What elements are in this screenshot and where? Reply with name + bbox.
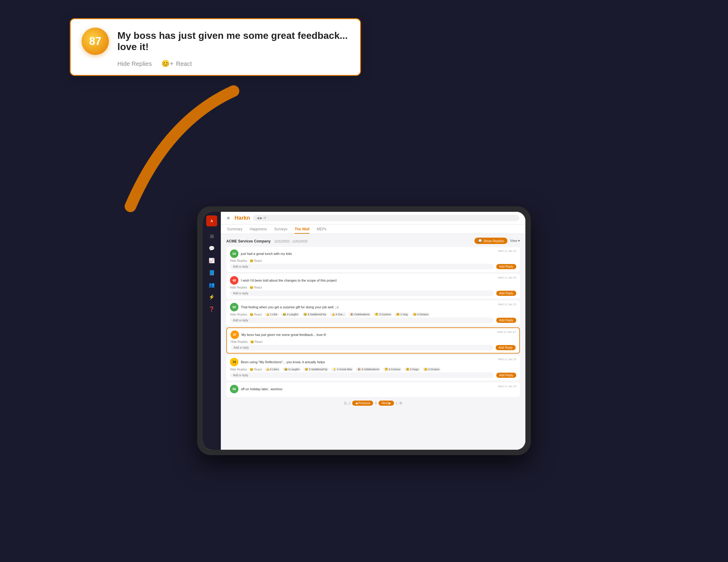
hide-replies-link[interactable]: Hide Replies (231, 340, 248, 344)
post-text: My boss has just given me some great fee… (241, 333, 516, 337)
sidebar-icon-analytics[interactable]: 📈 (207, 255, 217, 265)
main-content: ≡ Harkn ◀ ▶ ↺ Summary Happiness Surveys … (221, 212, 525, 450)
page-prev-info: (1...) (344, 402, 350, 405)
hamburger-icon[interactable]: ≡ (227, 215, 230, 221)
react-icon: 😊+ (161, 60, 174, 68)
wall-content: ACME Services Company 12/12/2022 - 11/01… (221, 234, 525, 450)
react-label: React (176, 60, 192, 67)
tablet-frame: A ⊞ 💬 📈 📘 👥 ⚡ ❓ ≡ Harkn ◀ ▶ ↺ Summary Ha… (197, 206, 531, 455)
top-nav: ≡ Harkn ◀ ▶ ↺ (221, 212, 525, 224)
app-logo: A (206, 215, 217, 226)
tablet-screen: A ⊞ 💬 📈 📘 👥 ⚡ ❓ ≡ Harkn ◀ ▶ ↺ Summary Ha… (203, 212, 525, 450)
react-link[interactable]: 😊 React (250, 259, 262, 262)
tab-happiness[interactable]: Happiness (250, 224, 267, 234)
add-reply-input[interactable] (230, 372, 494, 378)
react-link[interactable]: 😊 React (250, 340, 263, 344)
sidebar-icon-lightning[interactable]: ⚡ (207, 292, 217, 302)
orange-swoosh (106, 61, 258, 212)
reaction-chip[interactable]: 🤔 3 Curious (373, 313, 392, 316)
hide-replies-label: Hide Replies (117, 60, 152, 67)
react-link[interactable]: 😊 React (250, 313, 262, 316)
tab-bar: Summary Happiness Surveys The Wall MEPs (221, 224, 525, 234)
reaction-chip[interactable]: 😂 4 Laughs (281, 313, 300, 316)
pagination: (1...) ◀ Previous 1 Next ▶ (...9) (226, 398, 520, 407)
add-reply-button[interactable]: Add Reply (496, 264, 516, 269)
post-date: Wed 11 Jan 23 (498, 303, 516, 306)
post-text: I wish I'd been told about the changes t… (241, 278, 516, 282)
post-date: Wed 11 Jan 23 (497, 331, 516, 334)
url-bar[interactable]: ◀ ▶ ↺ (253, 215, 519, 221)
reaction-chip[interactable]: 🤗 1 Hug (395, 313, 409, 316)
reaction-chip[interactable]: 👍 6 Likes (265, 368, 280, 371)
popup-top: 87 My boss has just given me some great … (82, 28, 349, 55)
sidebar-icon-chat[interactable]: 💬 (207, 243, 217, 253)
reaction-chip[interactable]: 🎉 4 Celebrations (356, 368, 381, 371)
reaction-chip[interactable]: 😂 4 Laughs (283, 368, 301, 371)
current-page: 1 (375, 402, 377, 405)
popup-title: My boss has just given me some great fee… (117, 30, 349, 52)
reaction-chip[interactable]: 💡 4 Great idea (331, 368, 353, 371)
popup-bottom: Hide Replies 😊+ React (82, 60, 349, 68)
tab-surveys[interactable]: Surveys (274, 224, 287, 234)
hide-replies-link[interactable]: Hide Replies (230, 313, 247, 316)
sidebar-icon-people[interactable]: 👥 (207, 280, 217, 290)
reaction-chip[interactable]: 😒 3 Groans (423, 368, 441, 371)
score-badge: 87 (231, 331, 239, 339)
post-item: 74 Been using "My Reflections"... you kn… (226, 355, 520, 381)
reaction-chip[interactable]: 👍 4 Gre... (330, 313, 346, 316)
sidebar-icon-help[interactable]: ❓ (207, 304, 217, 314)
sidebar-icon-home[interactable]: ⊞ (207, 231, 217, 241)
post-text: just had a great lunch with my kids (241, 252, 516, 255)
add-reply-input[interactable] (230, 291, 494, 296)
hide-replies-link[interactable]: Hide Replies (230, 286, 247, 289)
score-badge: 94 (230, 385, 238, 393)
react-link[interactable]: 😊 React (250, 368, 262, 371)
reaction-chip[interactable]: 😢 3 Saddened by (302, 313, 328, 316)
date-range: 12/12/2022 - 11/01/2023 (275, 240, 308, 243)
hide-replies-link[interactable]: Hide Replies (230, 259, 247, 262)
post-text: That feeling when you get a surprise gif… (241, 305, 516, 309)
popup-card: 87 My boss has just given me some great … (70, 18, 361, 76)
prev-page-button[interactable]: ◀ Previous (352, 401, 373, 406)
sidebar: A ⊞ 💬 📈 📘 👥 ⚡ ❓ (203, 212, 221, 450)
reaction-chip[interactable]: 😒 4 Groans (412, 313, 430, 316)
add-reply-button[interactable]: Add Reply (496, 291, 516, 296)
score-badge: 94 (230, 303, 238, 311)
tab-the-wall[interactable]: The Wall (295, 224, 309, 234)
view-button[interactable]: View ▾ (510, 239, 520, 243)
popup-react[interactable]: 😊+ React (161, 60, 192, 68)
tab-meps[interactable]: MEPs (317, 224, 326, 234)
post-item: 94 That feeling when you get a surprise … (226, 301, 520, 326)
reaction-chip[interactable]: 🤔 3 Curious (383, 368, 402, 371)
post-item-highlighted: 87 My boss has just given me some great … (226, 328, 520, 354)
add-reply-button[interactable]: Add Reply (496, 373, 516, 378)
post-date: Wed 11 Jan 23 (498, 276, 516, 279)
add-reply-button[interactable]: Add Reply (496, 318, 516, 323)
tab-summary[interactable]: Summary (227, 224, 242, 234)
company-header: ACME Services Company 12/12/2022 - 11/01… (226, 237, 520, 244)
post-text: off on holiday later.. woohoo (241, 387, 516, 391)
reaction-chip[interactable]: 🎉 Celebrations (349, 313, 371, 316)
company-name: ACME Services Company (226, 239, 271, 243)
reaction-chip[interactable]: 🤗 2 Hugs (404, 368, 420, 371)
next-page-button[interactable]: Next ▶ (379, 401, 394, 406)
add-reply-input[interactable] (230, 264, 494, 269)
show-replies-icon: 💬 (478, 239, 482, 243)
sidebar-icon-book[interactable]: 📘 (207, 267, 217, 277)
post-date: Wed 11 Jan 23 (498, 249, 516, 252)
show-replies-button[interactable]: 💬 Show Replies (474, 237, 507, 244)
hide-replies-link[interactable]: Hide Replies (230, 368, 247, 371)
popup-score-badge: 87 (82, 28, 109, 55)
post-date: Wed 11 Jan 23 (498, 385, 516, 388)
reaction-chip[interactable]: 😢 3 Saddened by (303, 368, 329, 371)
popup-hide-replies[interactable]: Hide Replies (117, 60, 152, 67)
score-badge: 48 (230, 276, 238, 285)
reaction-chip[interactable]: 👍 1 Like (265, 313, 279, 316)
react-link[interactable]: 😊 React (250, 286, 262, 289)
brand-name: Harkn (234, 215, 250, 221)
page-next-info: (...9) (396, 402, 402, 405)
add-reply-input[interactable] (230, 318, 494, 323)
post-item: 48 I wish I'd been told about the change… (226, 274, 520, 299)
add-reply-input[interactable] (231, 345, 493, 351)
add-reply-button[interactable]: Add Reply (496, 345, 516, 350)
